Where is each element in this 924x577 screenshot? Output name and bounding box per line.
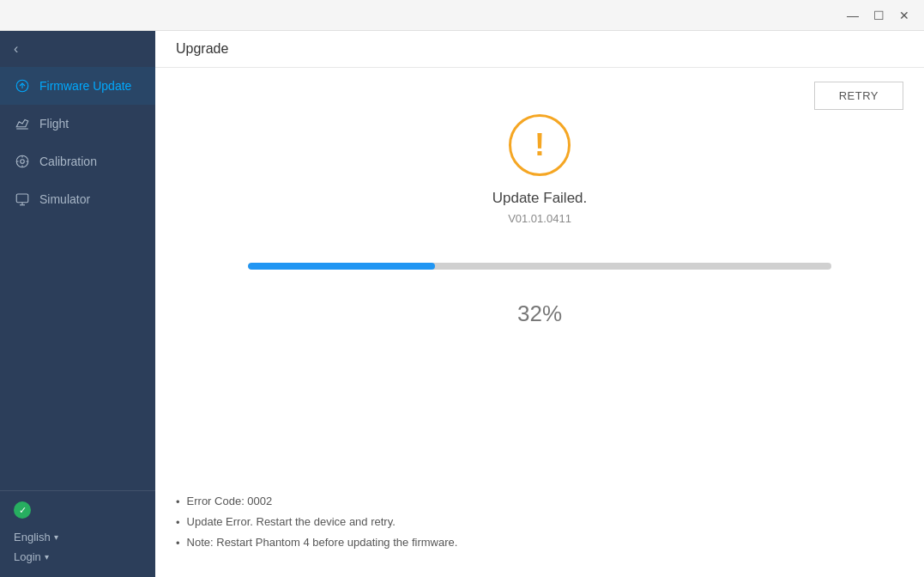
sidebar-item-label-calibration: Calibration	[39, 155, 97, 168]
sidebar-nav: ‹ Firmware Update	[0, 31, 155, 490]
error-item-1: • Error Code: 0002	[176, 495, 903, 508]
page-title: Upgrade	[176, 41, 228, 56]
sidebar-bottom: English ▾ Login ▾	[0, 490, 155, 577]
language-dropdown-arrow: ▾	[54, 532, 58, 542]
error-text-2: Update Error. Restart the device and ret…	[187, 515, 396, 528]
sidebar: ‹ Firmware Update	[0, 31, 155, 577]
close-button[interactable]: ✕	[891, 3, 917, 27]
warning-icon: !	[509, 114, 571, 176]
flight-icon	[14, 115, 31, 132]
sidebar-item-label-flight: Flight	[39, 117, 69, 131]
sidebar-item-label-simulator: Simulator	[39, 192, 90, 206]
title-bar: — ☐ ✕	[0, 0, 924, 31]
sidebar-back-button[interactable]: ‹	[0, 31, 155, 67]
retry-button[interactable]: RETRY	[814, 82, 903, 110]
calibration-icon	[14, 153, 31, 170]
maximize-button[interactable]: ☐	[866, 3, 891, 27]
progress-percent: 32%	[176, 301, 903, 327]
progress-fill	[248, 263, 435, 270]
error-item-2: • Update Error. Restart the device and r…	[176, 515, 903, 529]
progress-container	[248, 263, 831, 270]
error-messages: • Error Code: 0002 • Update Error. Resta…	[176, 477, 903, 556]
sidebar-item-calibration[interactable]: Calibration	[0, 143, 155, 180]
sidebar-item-simulator[interactable]: Simulator	[0, 180, 155, 218]
login-button[interactable]: Login ▾	[14, 547, 142, 567]
bullet-icon-2: •	[176, 516, 180, 529]
login-dropdown-arrow: ▾	[45, 552, 49, 562]
main-layout: ‹ Firmware Update	[0, 31, 924, 577]
warning-exclaim-icon: !	[534, 130, 545, 161]
svg-point-4	[21, 160, 25, 164]
error-item-3: • Note: Restart Phantom 4 before updatin…	[176, 536, 903, 550]
content-body: RETRY ! Update Failed. V01.01.0411 32%	[155, 68, 924, 577]
sidebar-item-flight[interactable]: Flight	[0, 105, 155, 143]
content-header: Upgrade	[155, 31, 924, 68]
minimize-button[interactable]: —	[840, 3, 866, 27]
error-text-1: Error Code: 0002	[187, 495, 273, 507]
back-chevron-icon: ‹	[14, 41, 18, 57]
sidebar-item-label-firmware: Firmware Update	[39, 79, 131, 93]
firmware-update-icon	[14, 77, 31, 94]
login-label: Login	[14, 550, 41, 563]
version-text: V01.01.0411	[508, 212, 571, 225]
progress-track	[248, 263, 831, 270]
language-label: English	[14, 531, 51, 544]
content-area: Upgrade RETRY ! Update Failed. V01.01.04…	[155, 31, 924, 577]
update-status-text: Update Failed.	[492, 190, 588, 207]
sidebar-item-firmware-update[interactable]: Firmware Update	[0, 67, 155, 105]
language-selector[interactable]: English ▾	[14, 527, 142, 547]
status-area: ! Update Failed. V01.01.0411	[176, 114, 903, 225]
connection-status-dot	[14, 501, 31, 519]
svg-rect-9	[16, 194, 28, 203]
connection-status	[14, 501, 142, 519]
bullet-icon-3: •	[176, 537, 180, 550]
simulator-icon	[14, 191, 31, 208]
bullet-icon-1: •	[176, 495, 180, 508]
error-text-3: Note: Restart Phantom 4 before updating …	[187, 536, 458, 549]
